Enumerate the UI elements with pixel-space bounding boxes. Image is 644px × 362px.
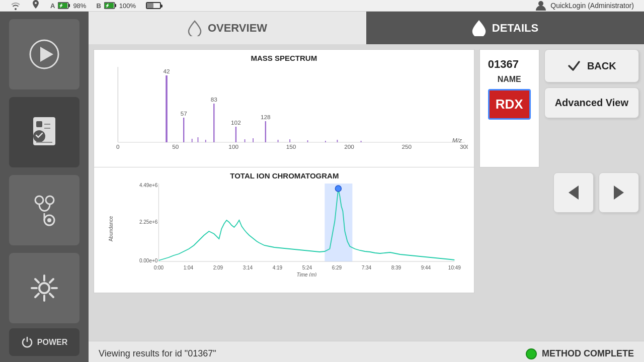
wifi-icon <box>10 1 21 10</box>
substance-name: RDX <box>488 89 531 120</box>
svg-point-76 <box>335 186 341 192</box>
svg-text:3:14: 3:14 <box>243 265 253 270</box>
svg-text:M/z: M/z <box>452 138 462 143</box>
svg-rect-10 <box>36 121 42 127</box>
svg-text:9:44: 9:44 <box>421 265 431 270</box>
status-dot <box>526 348 537 359</box>
id-name-panel: 01367 NAME RDX <box>479 49 539 167</box>
prev-button[interactable] <box>553 172 594 213</box>
svg-text:2:09: 2:09 <box>213 265 223 270</box>
method-status: METHOD COMPLETE <box>526 348 634 359</box>
next-icon <box>612 185 626 201</box>
mass-spectrum-chart-area: 0 50 100 150 200 250 300 42 <box>100 64 468 152</box>
svg-text:100: 100 <box>228 144 238 150</box>
sidebar-diagnostics-button[interactable] <box>9 175 79 245</box>
check-icon <box>567 59 581 73</box>
svg-point-16 <box>47 218 51 222</box>
status-text: Viewing results for id "01367" <box>99 348 526 359</box>
battery-a: A 98% <box>50 2 86 10</box>
svg-text:57: 57 <box>181 111 187 117</box>
svg-rect-5 <box>105 3 114 8</box>
charts-area: MASS SPECTRUM 0 50 <box>94 49 474 336</box>
overview-drop-icon <box>188 20 202 36</box>
svg-point-17 <box>39 283 49 293</box>
tic-title: TOTAL ION CHROMATOGRAM <box>99 171 470 180</box>
svg-text:200: 200 <box>344 144 354 150</box>
tic-chart-svg: 4.49e+6 2.25e+6 0.00e+0 0:00 1:04 2:09 <box>119 181 470 277</box>
battery-a-icon <box>58 2 70 9</box>
back-label: BACK <box>587 60 616 72</box>
svg-text:0.00e+0: 0.00e+0 <box>139 258 158 263</box>
sidebar: POWER <box>0 12 89 362</box>
name-label: NAME <box>488 75 531 84</box>
svg-text:1:04: 1:04 <box>184 265 194 270</box>
svg-text:4:19: 4:19 <box>273 265 283 270</box>
tab-bar: OVERVIEW DETAILS <box>89 12 644 44</box>
svg-marker-8 <box>40 47 53 62</box>
svg-text:7:34: 7:34 <box>362 265 372 270</box>
svg-point-6 <box>538 1 543 6</box>
svg-text:8:39: 8:39 <box>391 265 401 270</box>
main-layout: POWER OVERVIEW DETAILS <box>0 12 644 362</box>
svg-text:150: 150 <box>286 144 296 150</box>
internal-battery <box>146 2 161 9</box>
user-label: QuickLogin (Administrator) <box>550 2 634 10</box>
power-label: POWER <box>37 338 67 347</box>
nav-buttons-area <box>479 172 639 213</box>
abundance-label: Abundance <box>108 216 114 242</box>
svg-line-25 <box>35 294 39 297</box>
svg-rect-4 <box>115 4 116 7</box>
battery-b-percent: 100% <box>119 2 136 10</box>
sidebar-play-button[interactable] <box>9 19 79 89</box>
next-button[interactable] <box>599 172 639 213</box>
svg-text:5:24: 5:24 <box>302 265 312 270</box>
advanced-view-button[interactable]: Advanced View <box>544 87 639 118</box>
tic-panel: TOTAL ION CHROMATOGRAM Abundance 4.49e+6… <box>94 167 474 293</box>
user-area[interactable]: QuickLogin (Administrator) <box>535 0 634 11</box>
top-right-area: 01367 NAME RDX BACK Advanced <box>479 49 639 167</box>
battery-b-icon <box>104 2 116 9</box>
tic-chart-area: Abundance 4.49e+6 2.25e+6 0.00e+0 <box>119 181 470 277</box>
svg-text:42: 42 <box>163 69 170 74</box>
mass-spectrum-title: MASS SPECTRUM <box>100 54 468 62</box>
svg-marker-78 <box>614 186 624 200</box>
power-button[interactable]: POWER <box>9 328 79 356</box>
svg-point-12 <box>35 196 43 204</box>
tab-details-label: DETAILS <box>492 22 538 35</box>
svg-point-13 <box>46 196 54 204</box>
method-label: METHOD COMPLETE <box>542 348 634 359</box>
content-area: OVERVIEW DETAILS MASS SPECTRUM <box>89 12 644 362</box>
svg-rect-1 <box>68 4 70 7</box>
svg-text:102: 102 <box>231 120 241 126</box>
advanced-view-label: Advanced View <box>555 97 628 109</box>
sidebar-report-button[interactable] <box>9 97 79 167</box>
right-area: 01367 NAME RDX BACK Advanced <box>479 49 639 336</box>
tab-overview[interactable]: OVERVIEW <box>89 12 366 44</box>
prev-icon <box>567 185 581 201</box>
mass-spectrum-chart: 0 50 100 150 200 250 300 42 <box>100 64 468 150</box>
svg-text:10:49: 10:49 <box>448 265 461 270</box>
sidebar-settings-button[interactable] <box>9 253 79 323</box>
details-drop-icon <box>472 20 486 36</box>
svg-marker-77 <box>569 186 579 200</box>
svg-text:2.25e+6: 2.25e+6 <box>139 219 158 225</box>
svg-text:83: 83 <box>211 97 217 103</box>
status-bar: A 98% B 100% QuickLogin (Administrator) <box>0 0 644 12</box>
body-area: MASS SPECTRUM 0 50 <box>89 44 644 341</box>
svg-text:Time (m): Time (m) <box>296 272 316 277</box>
svg-text:128: 128 <box>261 115 271 120</box>
svg-line-24 <box>50 279 53 283</box>
svg-text:0:00: 0:00 <box>154 265 164 270</box>
svg-text:300: 300 <box>460 144 468 150</box>
location-icon <box>31 0 40 11</box>
tab-overview-label: OVERVIEW <box>208 22 267 35</box>
tab-details[interactable]: DETAILS <box>366 12 644 44</box>
action-buttons: BACK Advanced View <box>544 49 639 167</box>
svg-text:250: 250 <box>402 144 412 150</box>
user-icon <box>535 0 546 11</box>
svg-text:4.49e+6: 4.49e+6 <box>139 183 158 188</box>
mass-spectrum-panel: MASS SPECTRUM 0 50 <box>94 49 474 167</box>
bottom-bar: Viewing results for id "01367" METHOD CO… <box>89 341 644 362</box>
svg-line-22 <box>35 279 39 283</box>
back-button[interactable]: BACK <box>544 49 639 82</box>
